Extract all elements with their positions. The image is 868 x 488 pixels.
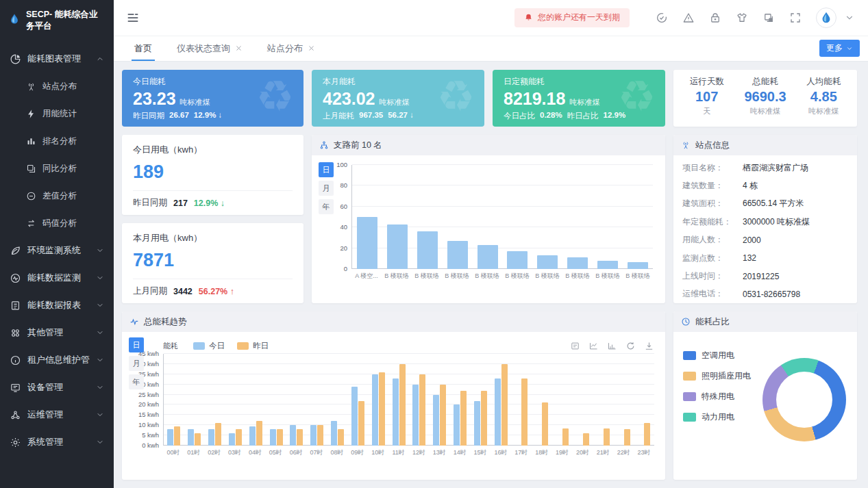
theme-shirt-icon[interactable] xyxy=(736,12,748,24)
device-management-icon xyxy=(10,382,21,394)
x-tick-label: 06时 xyxy=(286,446,306,457)
sidebar-item-code-value-analysis[interactable]: 码值分析 xyxy=(0,209,114,237)
account-expiry-notification[interactable]: 您的账户还有一天到期 xyxy=(514,8,630,27)
bar-昨日 xyxy=(583,433,589,446)
x-tick-label: B 楼联络 xyxy=(532,269,562,281)
sidebar-item-site-distribution[interactable]: 站点分布 xyxy=(0,73,114,100)
toggle-月[interactable]: 月 xyxy=(129,356,144,371)
card-title: 本月能耗 xyxy=(323,76,473,88)
sidebar-item-other-management[interactable]: 其他管理 xyxy=(0,319,114,346)
user-menu-chevron-down-icon[interactable] xyxy=(845,13,854,23)
x-axis-labels: 00时01时02时03时04时05时06时07时08时09时10时11时12时1… xyxy=(163,446,654,457)
panel-title: 支路前 10 名 xyxy=(334,140,382,151)
badge-check-icon[interactable] xyxy=(656,12,668,24)
bar-chart-icon[interactable] xyxy=(607,341,617,351)
legend-label: 特殊用电 xyxy=(702,391,734,402)
sidebar-item-label: 其他管理 xyxy=(27,326,90,339)
top-bar: 您的账户还有一天到期 xyxy=(114,0,868,36)
bar-支路能耗 xyxy=(357,217,377,269)
line-chart-icon[interactable] xyxy=(588,341,599,351)
sidebar-item-device-management[interactable]: 设备管理 xyxy=(0,374,114,401)
chart-toolbox xyxy=(570,341,654,351)
more-button[interactable]: 更多 xyxy=(819,40,860,57)
card-title: 今日能耗 xyxy=(133,76,293,88)
operation-management-icon xyxy=(10,409,21,421)
app-root: SECP- 能耗综合业务平台 能耗图表管理站点分布用能统计排名分析同比分析差值分… xyxy=(0,0,868,488)
legend-item-今日[interactable]: 今日 xyxy=(193,341,225,351)
info-value: 66505.14 平方米 xyxy=(743,198,804,209)
delta-value: 56.27% ↑ xyxy=(199,287,234,296)
chevron-down-icon xyxy=(846,45,853,52)
site-info-row: 上线时间：20191225 xyxy=(682,267,848,285)
y-tick-label: 0 kwh xyxy=(142,441,159,449)
toggle-月[interactable]: 月 xyxy=(319,181,334,196)
sidebar-item-environment-monitoring[interactable]: 环境监测系统 xyxy=(0,237,114,264)
tab-仪表状态查询[interactable]: 仪表状态查询 xyxy=(164,36,255,61)
bar-支路能耗 xyxy=(387,224,408,269)
user-avatar[interactable] xyxy=(816,8,836,28)
toggle-日[interactable]: 日 xyxy=(319,162,334,177)
copy-pages-icon[interactable] xyxy=(762,12,775,24)
legend-item-空调用电[interactable]: 空调用电 xyxy=(683,350,751,361)
warning-triangle-icon[interactable] xyxy=(682,12,695,24)
bar-支路能耗 xyxy=(567,257,588,269)
info-label: 项目名称： xyxy=(682,162,743,174)
toggle-年[interactable]: 年 xyxy=(129,374,144,389)
sidebar-item-label: 排名分析 xyxy=(42,136,104,147)
fullscreen-icon[interactable] xyxy=(789,12,802,24)
bar-group xyxy=(473,245,503,269)
summary-unit: 吨标准煤 xyxy=(736,106,794,116)
sidebar-item-difference-analysis[interactable]: 差值分析 xyxy=(0,182,114,209)
top10-plot-area[interactable]: 020406080100 xyxy=(351,165,653,269)
refresh-icon[interactable] xyxy=(625,341,636,351)
site-info-row: 建筑面积：66505.14 平方米 xyxy=(682,195,848,213)
lock-icon[interactable] xyxy=(709,12,721,24)
legend-item-特殊用电[interactable]: 特殊用电 xyxy=(683,391,751,402)
legend-item-动力用电[interactable]: 动力用电 xyxy=(683,411,751,423)
trend-plot-area[interactable]: 0 kwh5 kwh10 kwh15 kwh20 kwh25 kwh30 kwh… xyxy=(163,354,654,446)
sidebar-item-yoy-analysis[interactable]: 同比分析 xyxy=(0,155,114,182)
panel-title: 站点信息 xyxy=(695,140,730,151)
x-tick-label: 23时 xyxy=(634,446,654,457)
site-info-rows: 项目名称：栖霞湖滨财富广场建筑数量：4 栋建筑面积：66505.14 平方米年定… xyxy=(673,155,857,303)
toggle-日[interactable]: 日 xyxy=(129,337,144,352)
summary-item: 总能耗9690.3吨标准煤 xyxy=(736,76,794,120)
code-value-analysis-icon xyxy=(26,218,36,229)
bar-group xyxy=(184,429,205,446)
x-tick-label: 00时 xyxy=(163,446,184,457)
sidebar-item-energy-chart-management[interactable]: 能耗图表管理 xyxy=(0,45,114,73)
sidebar-item-system-management[interactable]: 系统管理 xyxy=(0,428,114,456)
legend-item-昨日[interactable]: 昨日 xyxy=(237,341,269,351)
legend-label: 昨日 xyxy=(253,341,269,351)
bar-group xyxy=(245,421,266,446)
card-unit: 吨标准煤 xyxy=(569,98,599,106)
bar-group xyxy=(266,429,286,446)
bar-group xyxy=(368,372,388,446)
sidebar-item-tenant-info-management[interactable]: 租户信息维护管理 xyxy=(0,346,114,374)
bar-今日 xyxy=(290,425,296,446)
download-icon[interactable] xyxy=(644,341,654,351)
bar-昨日 xyxy=(379,372,385,446)
legend-item-照明插座用电[interactable]: 照明插座用电 xyxy=(683,370,751,382)
bar-今日 xyxy=(372,374,378,446)
close-icon[interactable] xyxy=(308,44,315,52)
sidebar-item-energy-data-monitoring[interactable]: 能耗数据监测 xyxy=(0,264,114,292)
info-label: 建筑面积： xyxy=(682,198,743,209)
tab-站点分布[interactable]: 站点分布 xyxy=(255,36,327,61)
toggle-年[interactable]: 年 xyxy=(319,199,334,214)
compare-label: 昨日同期 xyxy=(133,197,167,209)
collapse-menu-icon[interactable] xyxy=(126,11,140,25)
close-icon[interactable] xyxy=(235,44,243,52)
tab-首页[interactable]: 首页 xyxy=(122,36,164,61)
sidebar-item-energy-data-report[interactable]: 能耗数据报表 xyxy=(0,292,114,319)
sidebar-item-label: 系统管理 xyxy=(27,436,90,448)
bar-昨日 xyxy=(440,385,446,446)
sidebar-item-energy-usage-stats[interactable]: 用能统计 xyxy=(0,100,114,127)
data-view-icon[interactable] xyxy=(570,341,580,351)
site-info-panel: 站点信息 项目名称：栖霞湖滨财富广场建筑数量：4 栋建筑面积：66505.14 … xyxy=(673,135,857,303)
energy-share-donut-chart[interactable] xyxy=(762,358,846,441)
sidebar-item-ranking-analysis[interactable]: 排名分析 xyxy=(0,127,114,155)
bar-group xyxy=(352,217,382,269)
sidebar-item-operation-management[interactable]: 运维管理 xyxy=(0,401,114,428)
info-value: 2000 xyxy=(743,235,761,245)
